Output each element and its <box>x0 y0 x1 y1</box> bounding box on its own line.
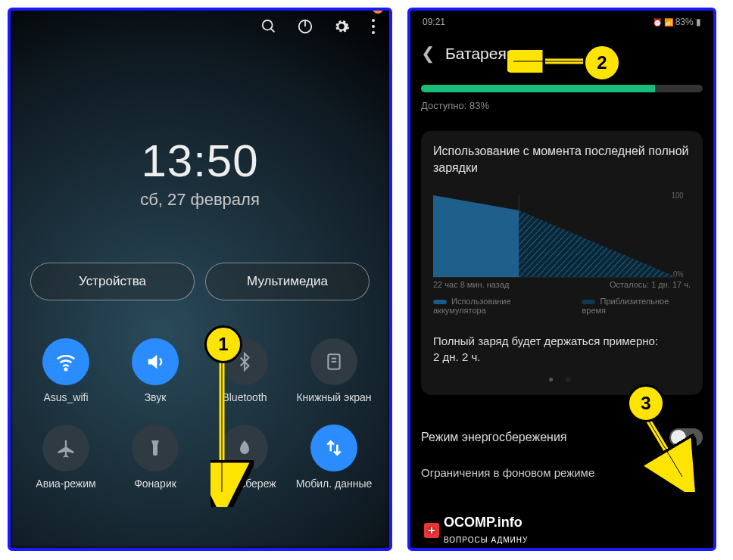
annotation-badge-3: 3 <box>627 384 665 422</box>
sound-icon <box>132 338 179 385</box>
gear-icon[interactable] <box>332 17 351 36</box>
flashlight-icon <box>132 425 179 471</box>
row-label: Режим энергосбережения <box>421 431 567 444</box>
svg-line-1 <box>271 29 275 33</box>
svg-text:100: 100 <box>672 191 684 200</box>
media-chip[interactable]: Мультимедиа <box>205 263 370 300</box>
full-charge-estimate: Полный заряд будет держаться примерно: 2… <box>433 333 691 365</box>
phone-quicksettings: 13:50 сб, 27 февраля Устройства Мультиме… <box>8 8 392 551</box>
card-heading: Использование с момента последней полной… <box>433 143 691 176</box>
clock-time: 13:50 <box>11 135 389 187</box>
annotation-arrow-3 <box>641 416 701 492</box>
status-time: 09:21 <box>423 17 445 27</box>
plus-icon: + <box>424 523 439 538</box>
qs-tile-sound[interactable]: Звук <box>114 338 197 403</box>
qs-tile-data[interactable]: Мобил. данные <box>292 425 376 490</box>
svg-point-7 <box>65 369 67 371</box>
watermark-sub: ВОПРОСЫ АДМИНУ <box>444 536 528 544</box>
annotation-badge-1: 1 <box>204 325 242 363</box>
annotation-badge-2: 2 <box>583 44 621 82</box>
battery-bar-fill <box>421 85 655 92</box>
more-icon[interactable] <box>368 17 379 36</box>
qs-tile-label: Мобил. данные <box>296 478 373 490</box>
qs-tile-reader[interactable]: Книжный экран <box>292 338 376 403</box>
status-bar: 09:21 ⏰ 📶 83% ▮ <box>421 11 703 27</box>
svg-point-5 <box>372 25 375 28</box>
qs-tile-wifi[interactable]: Asus_wifi <box>24 338 108 403</box>
qs-tile-label: Фонарик <box>134 478 176 490</box>
chart-legend: Использование аккумулятора Приблизительн… <box>433 297 691 315</box>
svg-point-0 <box>263 20 273 30</box>
watermark-brand: OCOMP.info <box>444 515 522 530</box>
chart-right-label: Осталось: 1 дн. 17 ч. <box>610 280 691 289</box>
back-icon[interactable]: ❮ <box>421 44 435 64</box>
legend-estimate: Приблизительное время <box>582 297 669 315</box>
qs-top-icons <box>11 11 389 36</box>
clock-block: 13:50 сб, 27 февраля <box>11 135 389 210</box>
page-indicator: ● ○ <box>433 374 691 384</box>
svg-point-6 <box>372 31 375 34</box>
svg-marker-15 <box>433 195 519 277</box>
watermark: + OCOMP.info ВОПРОСЫ АДМИНУ <box>424 515 528 546</box>
devices-chip[interactable]: Устройства <box>30 263 195 300</box>
data-icon <box>310 425 357 471</box>
qs-tile-label: Asus_wifi <box>43 391 88 403</box>
battery-bar <box>421 85 703 92</box>
svg-marker-18 <box>519 210 676 277</box>
available-text: Доступно: 83% <box>421 100 703 111</box>
qs-tile-airplane[interactable]: Авиа-режим <box>24 425 108 490</box>
status-battery: ⏰ 📶 83% ▮ <box>653 17 701 27</box>
qs-tile-grid: Asus_wifi Звук Bluetooth Книжный экран А… <box>24 338 376 490</box>
chart-x-labels: 22 час 8 мин. назад Осталось: 1 дн. 17 ч… <box>433 280 691 289</box>
power-icon[interactable] <box>295 17 315 36</box>
qs-tile-flashlight[interactable]: Фонарик <box>114 425 197 490</box>
qs-tile-label: Книжный экран <box>296 391 371 403</box>
clock-date: сб, 27 февраля <box>11 190 389 210</box>
chart-left-label: 22 час 8 мин. назад <box>433 280 509 289</box>
annotation-arrow-1 <box>211 356 256 507</box>
annotation-arrow-2 <box>507 50 591 73</box>
search-icon[interactable] <box>259 17 279 36</box>
svg-line-24 <box>648 420 682 477</box>
qs-tile-label: Звук <box>145 391 167 403</box>
usage-card[interactable]: Использование с момента последней полной… <box>421 131 703 395</box>
qs-tile-label: Авиа-режим <box>36 478 95 490</box>
book-icon <box>310 338 357 385</box>
wifi-icon <box>42 338 89 385</box>
usage-chart: 100 0% <box>433 188 691 278</box>
svg-point-4 <box>372 19 375 22</box>
notification-dot-icon <box>373 8 383 14</box>
airplane-icon <box>42 425 89 471</box>
qs-chip-row: Устройства Мультимедиа <box>30 263 370 300</box>
page-title: Батарея <box>445 45 507 63</box>
